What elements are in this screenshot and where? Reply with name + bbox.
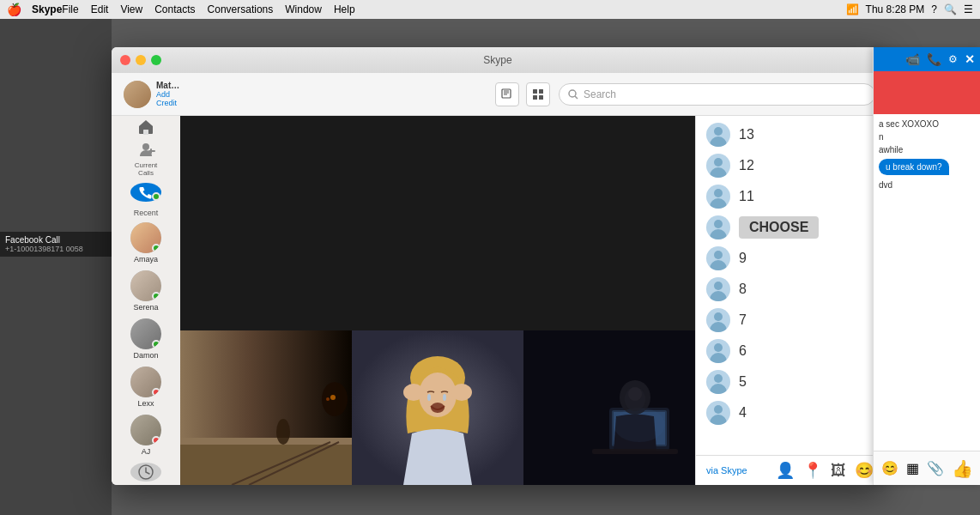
menu-icon[interactable]: ☰ <box>964 3 973 15</box>
damon-avatar <box>130 318 161 349</box>
edit-menu[interactable]: Edit <box>91 3 109 15</box>
number-item-choose[interactable]: CHOOSE <box>696 212 884 243</box>
svg-point-26 <box>403 384 424 401</box>
right-panel-bottom: via Skype 👤 📍 🖼 😊 <box>696 455 884 485</box>
history-icon[interactable] <box>130 463 161 482</box>
serena-avatar <box>130 270 161 301</box>
avatar-5 <box>706 370 730 394</box>
chat-toolbar: 📹 📞 ⚙ ✕ <box>874 47 980 71</box>
window-menu[interactable]: Window <box>285 3 322 15</box>
number-label-6: 6 <box>739 343 747 359</box>
conversations-menu[interactable]: Conversations <box>208 3 274 15</box>
svg-point-27 <box>451 384 472 401</box>
call-status-dot <box>152 192 160 201</box>
location-icon[interactable]: 📍 <box>803 461 822 480</box>
call-button[interactable] <box>130 183 161 202</box>
wifi-icon: 📶 <box>846 3 859 15</box>
avatar-8 <box>706 277 730 301</box>
number-label-9: 9 <box>739 251 747 266</box>
svg-point-30 <box>431 403 445 413</box>
close-chat-icon[interactable]: ✕ <box>965 52 975 66</box>
emoji-icon[interactable]: 😊 <box>855 461 874 480</box>
lexx-name: Lexx <box>137 399 154 408</box>
number-label-11: 11 <box>739 189 754 204</box>
number-item-7[interactable]: 7 <box>696 305 884 336</box>
contacts-menu[interactable]: Contacts <box>154 3 195 15</box>
video-call-icon[interactable]: 📹 <box>905 52 920 66</box>
app-name-menu[interactable]: Skype <box>32 3 62 15</box>
number-item-11[interactable]: 11 <box>696 181 884 212</box>
chat-messages: a sec XOXOXO n awhile u break down? dvd <box>874 114 980 198</box>
number-item-6[interactable]: 6 <box>696 336 884 367</box>
search-bar[interactable]: Search <box>559 83 875 106</box>
dark-content <box>523 330 695 485</box>
file-menu[interactable]: File <box>62 3 78 15</box>
phone-call-icon[interactable]: 📞 <box>927 52 941 66</box>
search-icon[interactable]: 🔍 <box>944 3 957 15</box>
number-item-4[interactable]: 4 <box>696 397 884 428</box>
contact-amaya[interactable]: Amaya <box>112 219 180 267</box>
avatar-9 <box>706 246 730 270</box>
avatar-4 <box>706 401 730 425</box>
svg-rect-36 <box>592 449 678 454</box>
avatar-6 <box>706 339 730 363</box>
subway-content <box>180 330 352 485</box>
view-menu[interactable]: View <box>120 3 142 15</box>
contact-damon[interactable]: Damon <box>112 315 180 363</box>
damon-status <box>152 340 160 348</box>
chat-emoji-icon[interactable]: 😊 <box>881 460 898 476</box>
choose-badge: CHOOSE <box>739 216 819 239</box>
compose-icon[interactable] <box>495 82 519 106</box>
dark-svg <box>523 330 695 485</box>
contacts-icon[interactable] <box>129 140 163 159</box>
number-label-7: 7 <box>739 312 747 328</box>
chat-attach-icon[interactable]: 📎 <box>927 460 944 476</box>
svg-rect-7 <box>143 130 148 135</box>
contact-aj[interactable]: AJ <box>112 411 180 459</box>
aj-status <box>152 436 160 445</box>
chat-msg-5: dvd <box>879 180 975 190</box>
menu-bar: 🍎 Skype File Edit View Contacts Conversa… <box>0 0 980 19</box>
contact-lexx[interactable]: Lexx <box>112 363 180 411</box>
settings-icon[interactable]: ⚙ <box>948 53 958 65</box>
recent-label: Recent <box>134 209 159 217</box>
help-menu[interactable]: Help <box>334 3 355 15</box>
grid-icon[interactable] <box>526 82 550 106</box>
avatar-7 <box>706 308 730 332</box>
svg-rect-3 <box>533 95 537 100</box>
home-icon[interactable] <box>129 118 163 136</box>
number-item-8[interactable]: 8 <box>696 274 884 305</box>
number-label-5: 5 <box>739 374 747 390</box>
number-item-5[interactable]: 5 <box>696 367 884 397</box>
person-add-icon[interactable]: 👤 <box>776 461 795 480</box>
question-icon[interactable]: ? <box>931 3 937 15</box>
background-panel <box>0 19 112 515</box>
minimize-button[interactable] <box>136 55 146 65</box>
svg-point-29 <box>443 394 446 401</box>
svg-point-8 <box>142 143 149 150</box>
aj-name: AJ <box>142 447 151 456</box>
profile-credit[interactable]: Add Credit <box>156 90 180 107</box>
chat-msg-2: n <box>879 132 975 142</box>
right-panel: 13 12 11 CHOOSE <box>695 116 884 485</box>
close-button[interactable] <box>120 55 130 65</box>
window-title: Skype <box>483 54 511 66</box>
contact-serena[interactable]: Serena <box>112 267 180 315</box>
chat-msg-1: a sec XOXOXO <box>879 119 975 129</box>
sidebar-nav: Current Calls Recent Amaya <box>112 116 180 485</box>
image-icon[interactable]: 🖼 <box>831 462 846 480</box>
number-item-9[interactable]: 9 <box>696 243 884 274</box>
video-frame-2 <box>352 330 523 485</box>
chat-bubble-4: u break down? <box>879 159 949 175</box>
svg-rect-1 <box>533 89 537 94</box>
chat-gif-icon[interactable]: ▦ <box>906 460 919 476</box>
number-item-13[interactable]: 13 <box>696 119 884 150</box>
maximize-button[interactable] <box>151 55 161 65</box>
apple-menu[interactable]: 🍎 <box>7 3 21 16</box>
number-item-12[interactable]: 12 <box>696 150 884 181</box>
search-placeholder: Search <box>584 88 616 100</box>
chat-like-icon[interactable]: 👍 <box>952 458 973 479</box>
svg-rect-2 <box>539 89 543 94</box>
current-calls-label2: Calls <box>138 170 154 178</box>
search-icon <box>568 89 578 100</box>
